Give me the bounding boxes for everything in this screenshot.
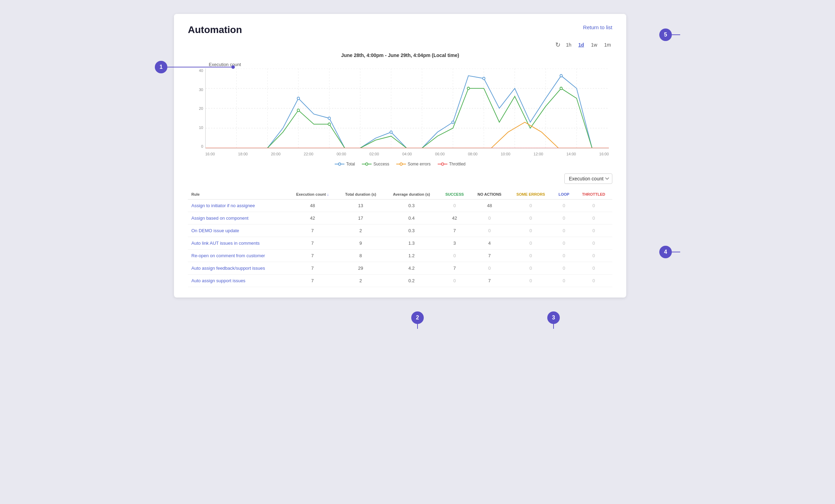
x-label-16: 16:00 xyxy=(205,152,215,156)
cell-throttled: 0 xyxy=(575,200,612,212)
cell-success: 0 xyxy=(439,200,470,212)
rule-name-cell[interactable]: On DEMO issue update xyxy=(188,225,288,237)
cell-total_dur: 29 xyxy=(337,262,384,275)
time-controls: ↻ 1h 1d 1w 1m xyxy=(188,41,612,49)
cell-success: 7 xyxy=(439,262,470,275)
cell-no_actions: 7 xyxy=(470,275,509,287)
annotation-3: 3 xyxy=(547,311,560,324)
cell-throttled: 0 xyxy=(575,225,612,237)
cell-total_dur: 8 xyxy=(337,250,384,262)
cell-throttled: 0 xyxy=(575,237,612,250)
rule-name-cell[interactable]: Re-open on comment from customer xyxy=(188,250,288,262)
cell-total_dur: 2 xyxy=(337,275,384,287)
time-btn-1w[interactable]: 1w xyxy=(590,41,599,48)
table-section: Execution count Total duration Rule Exec… xyxy=(188,173,612,287)
time-btn-1m[interactable]: 1m xyxy=(603,41,612,48)
x-label-16b: 16:00 xyxy=(599,152,609,156)
table-row: Assign to initiator if no assignee48130.… xyxy=(188,200,612,212)
annotation-2: 2 xyxy=(411,311,424,324)
svg-point-26 xyxy=(560,87,562,90)
cell-avg_dur: 0.3 xyxy=(384,225,439,237)
return-to-list-link[interactable]: Return to list xyxy=(583,24,612,30)
svg-point-23 xyxy=(297,109,300,112)
time-btn-1h[interactable]: 1h xyxy=(565,41,573,48)
table-row: Auto assign support issues720.207000 xyxy=(188,275,612,287)
col-rule: Rule xyxy=(188,189,288,200)
col-success: SUCCESS xyxy=(439,189,470,200)
cell-some_errors: 0 xyxy=(509,200,553,212)
cell-loop: 0 xyxy=(553,250,575,262)
legend-success: Success xyxy=(362,162,389,166)
cell-no_actions: 7 xyxy=(470,250,509,262)
metric-dropdown[interactable]: Execution count Total duration xyxy=(564,173,612,184)
x-label-22: 22:00 xyxy=(304,152,313,156)
cell-exec_count: 48 xyxy=(288,200,337,212)
cell-avg_dur: 0.4 xyxy=(384,212,439,225)
cell-throttled: 0 xyxy=(575,212,612,225)
cell-loop: 0 xyxy=(553,212,575,225)
cell-some_errors: 0 xyxy=(509,237,553,250)
col-throttled: THROTTLED xyxy=(575,189,612,200)
col-loop: LOOP xyxy=(553,189,575,200)
cell-loop: 0 xyxy=(553,225,575,237)
chart-legend: Total Success Some errors xyxy=(188,162,612,166)
chart-wrapper: 40 30 20 10 0 xyxy=(191,68,609,159)
rule-name-cell[interactable]: Assign to initiator if no assignee xyxy=(188,200,288,212)
svg-point-20 xyxy=(452,121,454,123)
cell-no_actions: 4 xyxy=(470,237,509,250)
cell-throttled: 0 xyxy=(575,250,612,262)
header-row: Automation Return to list xyxy=(188,24,612,35)
x-label-20: 20:00 xyxy=(271,152,281,156)
chart-title-row: June 28th, 4:00pm - June 29th, 4:04pm (L… xyxy=(188,52,612,58)
y-label-10: 10 xyxy=(199,125,205,130)
col-avg-dur[interactable]: Average duration (s) xyxy=(384,189,439,200)
rule-name-cell[interactable]: Auto assign support issues xyxy=(188,275,288,287)
y-label-40: 40 xyxy=(199,68,205,73)
cell-no_actions: 48 xyxy=(470,200,509,212)
cell-total_dur: 2 xyxy=(337,225,384,237)
svg-point-24 xyxy=(328,123,331,125)
cell-exec_count: 7 xyxy=(288,250,337,262)
rule-name-cell[interactable]: Auto assign feedback/support issues xyxy=(188,262,288,275)
cell-loop: 0 xyxy=(553,237,575,250)
annotation-4: 4 xyxy=(659,246,672,258)
cell-throttled: 0 xyxy=(575,275,612,287)
rule-name-cell[interactable]: Assign based on component xyxy=(188,212,288,225)
svg-point-22 xyxy=(560,74,562,77)
cell-no_actions: 0 xyxy=(470,225,509,237)
legend-some-errors-label: Some errors xyxy=(408,162,431,166)
cell-exec_count: 7 xyxy=(288,262,337,275)
chart-section: June 28th, 4:00pm - June 29th, 4:04pm (L… xyxy=(188,52,612,166)
annotation-1: 1 xyxy=(155,61,167,73)
main-panel: Automation Return to list ↻ 1h 1d 1w 1m … xyxy=(174,14,626,298)
legend-throttled: Throttled xyxy=(438,162,466,166)
chart-period: June 28th, 4:00pm - June 29th, 4:04pm (L… xyxy=(341,52,459,58)
svg-point-34 xyxy=(441,163,444,165)
cell-exec_count: 7 xyxy=(288,275,337,287)
cell-some_errors: 0 xyxy=(509,225,553,237)
cell-loop: 0 xyxy=(553,262,575,275)
legend-success-label: Success xyxy=(373,162,389,166)
time-btn-1d[interactable]: 1d xyxy=(577,41,585,48)
x-label-14: 14:00 xyxy=(566,152,576,156)
table-row: On DEMO issue update720.370000 xyxy=(188,225,612,237)
cell-success: 0 xyxy=(439,275,470,287)
cell-exec_count: 42 xyxy=(288,212,337,225)
cell-no_actions: 0 xyxy=(470,212,509,225)
cell-exec_count: 7 xyxy=(288,237,337,250)
x-label-08: 08:00 xyxy=(468,152,478,156)
refresh-icon[interactable]: ↻ xyxy=(555,41,560,49)
col-exec-count[interactable]: Execution count xyxy=(288,189,337,200)
svg-point-17 xyxy=(297,97,300,99)
cell-success: 7 xyxy=(439,225,470,237)
table-row: Auto link AUT issues in comments791.3340… xyxy=(188,237,612,250)
table-body: Assign to initiator if no assignee48130.… xyxy=(188,200,612,287)
cell-total_dur: 17 xyxy=(337,212,384,225)
cell-avg_dur: 0.2 xyxy=(384,275,439,287)
table-row: Auto assign feedback/support issues7294.… xyxy=(188,262,612,275)
table-row: Re-open on comment from customer781.2070… xyxy=(188,250,612,262)
legend-total: Total xyxy=(335,162,355,166)
rule-name-cell[interactable]: Auto link AUT issues in comments xyxy=(188,237,288,250)
col-total-dur[interactable]: Total duration (s) xyxy=(337,189,384,200)
col-no-actions: NO ACTIONS xyxy=(470,189,509,200)
